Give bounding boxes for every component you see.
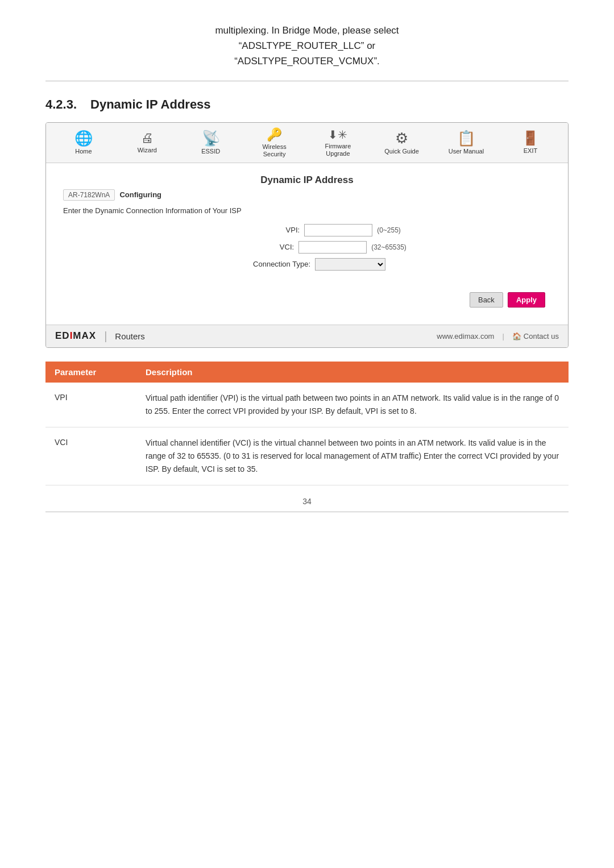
vpi-input[interactable] [304,224,372,236]
param-row-vpi: VPI Virtual path identifier (VPI) is the… [45,383,569,427]
param-row-vci: VCI Virtual channel identifier (VCI) is … [45,427,569,485]
button-row: Back Apply [63,275,551,313]
breadcrumb: AR-7182WnA Configuring [63,189,551,201]
connection-type-row: Connection Type: [63,258,551,271]
param-table: Parameter Description VPI Virtual path i… [45,362,569,485]
vci-label: VCI: [208,243,298,251]
content-title: Dynamic IP Address [63,175,551,186]
vpi-hint: (0~255) [377,226,401,234]
user-manual-icon: 📋 [457,131,475,146]
contact-icon: 🏠 [512,332,521,340]
apply-button[interactable]: Apply [508,292,545,308]
nav-item-exit[interactable]: 🚪 EXIT [513,131,547,155]
footer-separator: | [502,332,504,340]
section-title: Dynamic IP Address [90,97,211,112]
breadcrumb-device: AR-7182WnA [63,189,115,201]
nav-label-user-manual: User Manual [449,148,484,155]
param-desc-vci: Virtual channel identifier (VCI) is the … [146,437,559,476]
nav-bar: 🌐 Home 🖨 Wizard 📡 ESSID 🔑 Wireless Secur… [46,123,568,163]
nav-label-home: Home [75,148,92,155]
logo-ed: ED [55,330,70,341]
vci-input[interactable] [298,241,367,254]
intro-line2: “ADSLTYPE_ROUTER_LLC” or [91,38,523,53]
connection-type-label: Connection Type: [224,260,315,268]
exit-icon: 🚪 [522,131,539,145]
wireless-security-icon: 🔑 [267,128,282,141]
home-icon: 🌐 [74,131,93,146]
info-text: Enter the Dynamic Connection Information… [63,206,551,215]
param-name-vpi: VPI [55,392,146,402]
page-number: 34 [0,485,614,512]
nav-label-essid: ESSID [201,148,220,155]
nav-item-user-manual[interactable]: 📋 User Manual [449,131,484,155]
footer-bar: EDIMAX | Routers www.edimax.com | 🏠 Cont… [46,325,568,347]
essid-icon: 📡 [202,131,220,146]
nav-item-home[interactable]: 🌐 Home [67,131,101,155]
section-heading: 4.2.3. Dynamic IP Address [0,81,614,122]
wizard-icon: 🖨 [141,132,154,144]
nav-item-wireless-security[interactable]: 🔑 Wireless Security [258,128,292,158]
footer-contact-label: Contact us [524,332,559,340]
footer-contact[interactable]: 🏠 Contact us [512,332,559,340]
nav-label-firmware: Firmware Upgrade [325,143,351,157]
page-container: multiplexing. In Bridge Mode, please sel… [0,0,614,512]
param-desc-vpi: Virtual path identifier (VPI) is the vir… [146,392,559,418]
vpi-label: VPI: [213,226,304,234]
footer-right: www.edimax.com | 🏠 Contact us [437,332,559,340]
nav-label-wireless-security: Wireless Security [262,143,286,158]
breadcrumb-status: Configuring [119,190,161,199]
nav-item-essid[interactable]: 📡 ESSID [194,131,228,155]
nav-label-exit: EXIT [524,147,537,155]
vci-row: VCI: (32~65535) [63,241,551,254]
param-header-row: Parameter Description [45,362,569,383]
footer-website: www.edimax.com [437,332,494,340]
nav-label-wizard: Wizard [138,147,157,154]
vci-hint: (32~65535) [371,243,406,251]
param-header-col2: Description [146,367,559,377]
connection-type-select[interactable] [315,258,385,271]
content-area: Dynamic IP Address AR-7182WnA Configurin… [46,163,568,325]
nav-item-firmware[interactable]: ⬇✳ Firmware Upgrade [321,129,355,157]
nav-item-wizard[interactable]: 🖨 Wizard [130,132,164,154]
back-button[interactable]: Back [470,292,503,308]
nav-item-quick-guide[interactable]: ⚙ Quick Guide [384,131,419,155]
firmware-icon: ⬇✳ [328,129,347,140]
bottom-divider [45,512,569,512]
footer-product: Routers [115,331,145,341]
param-name-vci: VCI [55,437,146,447]
intro-text: multiplexing. In Bridge Mode, please sel… [0,0,614,81]
section-number: 4.2.3. [45,97,77,112]
param-header-col1: Parameter [55,367,146,377]
intro-line3: “ADSLTYPE_ROUTER_VCMUX”. [91,53,523,69]
form-table: VPI: (0~255) VCI: (32~65535) Connection … [63,224,551,271]
router-ui-box: 🌐 Home 🖨 Wizard 📡 ESSID 🔑 Wireless Secur… [45,122,569,348]
logo-separator: | [104,330,107,343]
vpi-row: VPI: (0~255) [63,224,551,236]
logo-text: EDIMAX [55,330,96,342]
footer-logo: EDIMAX | Routers [55,330,145,343]
nav-label-quick-guide: Quick Guide [384,148,419,155]
logo-max: MAX [73,330,96,341]
intro-line1: multiplexing. In Bridge Mode, please sel… [91,23,523,38]
quick-guide-icon: ⚙ [395,131,408,146]
